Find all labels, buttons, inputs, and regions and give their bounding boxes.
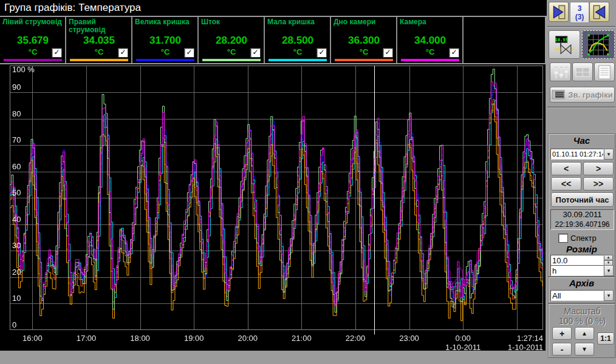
y-tick-label: 90 bbox=[12, 83, 21, 92]
faceplate-view-button[interactable]: 10.95 bbox=[549, 30, 580, 59]
report-view-icon bbox=[597, 64, 612, 80]
legend-item-checkbox[interactable]: ✓ bbox=[184, 48, 194, 58]
group-page-indicator: 3 (3) bbox=[570, 2, 589, 23]
time-combobox[interactable]: 01.10.11 01:27:14 bbox=[550, 149, 604, 160]
x-date-label: 1-10-2011 bbox=[441, 343, 485, 352]
legend-item: Камера 34.000 °C ✓ bbox=[397, 17, 464, 63]
scale-label: Масштаб bbox=[549, 306, 616, 316]
table-view-button[interactable] bbox=[572, 62, 593, 81]
size-spinbox[interactable]: 10.0 bbox=[550, 255, 604, 266]
trend-chart: 100 %908070605040302010016:0017:0018:001… bbox=[0, 64, 546, 351]
prev-group-icon bbox=[551, 4, 567, 20]
x-tick-label: 19:00 bbox=[176, 334, 212, 343]
page-back-button[interactable]: << bbox=[551, 177, 581, 190]
y-tick-label: 40 bbox=[12, 215, 21, 224]
y-tick-label: 10 bbox=[12, 294, 21, 303]
zoom-in-button[interactable]: + bbox=[552, 327, 572, 340]
x-tick-label: 18:00 bbox=[122, 334, 159, 343]
scale-value: 100 % (0 %) bbox=[549, 316, 616, 326]
x-tick-label: 23:00 bbox=[391, 334, 428, 343]
next-group-button[interactable] bbox=[589, 2, 609, 22]
table-view-icon bbox=[574, 66, 591, 79]
size-unit-combobox-arrow[interactable]: ▼ bbox=[604, 265, 614, 276]
faders-view-button[interactable] bbox=[550, 62, 571, 81]
legend-item-checkbox[interactable]: ✓ bbox=[317, 48, 327, 58]
x-tick-label: 22:00 bbox=[337, 334, 374, 343]
scale-down-icon: ▼ bbox=[581, 346, 587, 352]
divider bbox=[547, 26, 615, 27]
pan-up-button[interactable]: ▲ bbox=[575, 327, 594, 340]
page-title: Група графіків: Температура bbox=[0, 0, 547, 16]
legend-item-name: Лівий струмовід bbox=[2, 18, 63, 35]
y-tick-label: 20 bbox=[12, 268, 21, 277]
faders-view-icon bbox=[552, 65, 569, 79]
report-view-button[interactable] bbox=[594, 62, 615, 81]
legend-item-color-bar bbox=[401, 59, 459, 61]
legend-item-checkbox[interactable]: ✓ bbox=[449, 48, 459, 58]
current-time-value: 22:19:36.407196 bbox=[551, 220, 614, 229]
faceplate-view-icon: 10.95 bbox=[553, 34, 575, 56]
chevron-down-icon: ▼ bbox=[606, 293, 611, 298]
legend-item-name: Мала кришка bbox=[267, 18, 328, 35]
legend-item: Шток 28.200 °C ✓ bbox=[199, 17, 265, 63]
legend-item-checkbox[interactable]: ✓ bbox=[383, 48, 393, 58]
size-spin-up[interactable]: ▲ bbox=[604, 255, 613, 260]
x-date-label: 1-10-2011 bbox=[499, 343, 543, 352]
group-page-current: 3 bbox=[570, 4, 589, 13]
archive-header: Архів bbox=[549, 278, 615, 288]
prev-group-button[interactable] bbox=[549, 2, 569, 22]
legend-item-value: 36.300 bbox=[334, 35, 394, 47]
step-back-button[interactable]: < bbox=[551, 162, 581, 175]
trend-plot[interactable] bbox=[0, 64, 546, 351]
trend-application: Група графіків: Температура Лівий струмо… bbox=[0, 0, 616, 364]
x-tick-label: 21:00 bbox=[283, 334, 320, 343]
legend-item-color-bar bbox=[335, 59, 393, 61]
legend-item-checkbox[interactable]: ✓ bbox=[118, 48, 128, 58]
y-tick-label: 50 bbox=[12, 188, 21, 197]
y-tick-label: 70 bbox=[12, 135, 21, 144]
legend-item-name: Правий струмовід bbox=[69, 18, 129, 35]
legend-item-name: Велика кришка bbox=[135, 18, 196, 35]
legend-item-value: 31.700 bbox=[135, 35, 196, 47]
legend-item-color-bar bbox=[202, 59, 261, 61]
legend-item-value: 34.000 bbox=[400, 35, 460, 47]
related-graphs-button[interactable]: Зв. графіки bbox=[550, 87, 615, 103]
current-time-button[interactable]: Поточний час bbox=[551, 192, 614, 207]
scale-up-icon: ▲ bbox=[581, 330, 587, 337]
archive-combobox[interactable]: All bbox=[550, 290, 604, 301]
zoom-out-button[interactable]: - bbox=[552, 343, 572, 356]
legend: Лівий струмовід 35.679 °C ✓ Правий струм… bbox=[0, 17, 545, 63]
spin-up-icon: ▲ bbox=[607, 255, 611, 259]
trends-view-icon bbox=[587, 33, 610, 56]
step-forward-button[interactable]: > bbox=[583, 162, 614, 175]
page-forward-button[interactable]: >> bbox=[583, 177, 614, 190]
archive-panel: Архів All ▼ bbox=[548, 277, 615, 303]
size-unit-combobox[interactable]: h bbox=[550, 265, 604, 276]
legend-item: Лівий струмовід 35.679 °C ✓ bbox=[0, 17, 66, 63]
y-tick-label: 0 bbox=[12, 320, 16, 329]
one-to-one-button[interactable]: 1:1 bbox=[597, 332, 614, 345]
group-page-total: (3) bbox=[570, 13, 589, 21]
legend-item: Правий струмовід 34.035 °C ✓ bbox=[66, 17, 132, 63]
x-tick-label: 17:00 bbox=[68, 334, 104, 343]
y-tick-label: 60 bbox=[12, 162, 21, 171]
time-combobox-arrow[interactable]: ▼ bbox=[604, 149, 614, 160]
x-tick-label: 1:27:14 bbox=[508, 334, 543, 343]
archive-combobox-arrow[interactable]: ▼ bbox=[604, 290, 614, 301]
legend-item: Дно камери 36.300 °C ✓ bbox=[331, 17, 397, 63]
scale-panel: Масштаб 100 % (0 %) + ▲ 1:1 - ▼ bbox=[548, 303, 615, 358]
current-date-value: 30.09.2011 bbox=[551, 210, 614, 220]
y-tick-label: 80 bbox=[12, 109, 21, 118]
legend-item-checkbox[interactable]: ✓ bbox=[52, 48, 62, 58]
spectrum-checkbox[interactable] bbox=[558, 234, 568, 243]
related-graphs-label: Зв. графіки bbox=[568, 90, 612, 99]
legend-item-checkbox[interactable]: ✓ bbox=[250, 48, 261, 58]
legend-item-value: 28.200 bbox=[201, 35, 262, 47]
pan-down-button[interactable]: ▼ bbox=[575, 343, 594, 356]
x-tick-label: 0:00 bbox=[445, 334, 481, 343]
x-tick-label: 16:00 bbox=[14, 334, 50, 343]
y-tick-label: 30 bbox=[12, 241, 21, 250]
trends-view-button[interactable] bbox=[582, 30, 615, 59]
legend-item-value: 28.500 bbox=[267, 35, 328, 47]
spin-down-icon: ▼ bbox=[607, 261, 611, 265]
